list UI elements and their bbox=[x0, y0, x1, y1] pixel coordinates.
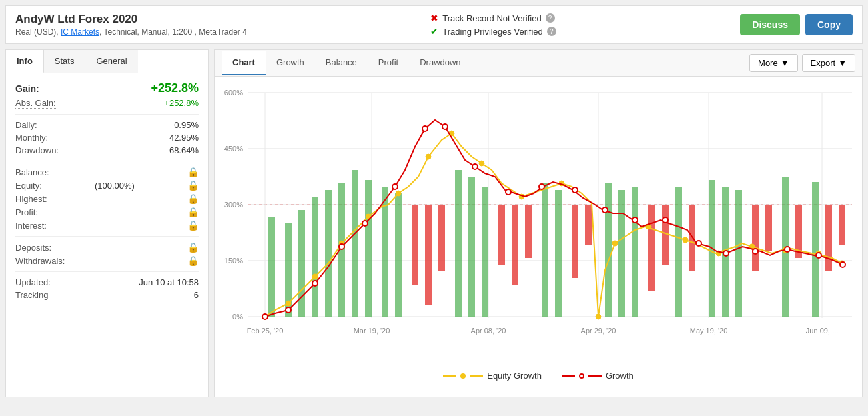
header: AndyW Ltd Forex 2020 Real (USD), IC Mark… bbox=[5, 5, 863, 44]
daily-label: Daily: bbox=[15, 120, 37, 130]
svg-rect-39 bbox=[482, 187, 488, 317]
deposits-row: Deposits: 🔒 bbox=[15, 242, 199, 253]
legend-equity-item: Equity Growth bbox=[443, 371, 542, 381]
svg-rect-42 bbox=[525, 205, 532, 258]
svg-point-88 bbox=[362, 221, 368, 226]
equity-row: Equity: (100.00%) 🔒 bbox=[15, 180, 199, 191]
svg-rect-47 bbox=[605, 183, 612, 317]
equity-value: (100.00%) bbox=[95, 181, 135, 191]
svg-point-90 bbox=[422, 126, 428, 131]
svg-text:May 19, '20: May 19, '20 bbox=[690, 327, 728, 335]
chart-tabs-bar: Chart Growth Balance Profit Drawdown Mor… bbox=[215, 50, 862, 77]
svg-rect-30 bbox=[352, 170, 358, 317]
header-left: AndyW Ltd Forex 2020 Real (USD), IC Mark… bbox=[15, 13, 247, 37]
equity-legend-marker bbox=[443, 373, 483, 379]
svg-point-92 bbox=[472, 164, 478, 169]
gain-label: Gain: bbox=[15, 83, 39, 94]
svg-point-100 bbox=[723, 251, 729, 256]
svg-point-103 bbox=[816, 253, 821, 258]
drawdown-row: Drawdown: 68.64% bbox=[15, 145, 199, 155]
svg-rect-37 bbox=[455, 170, 462, 317]
left-panel: Info Stats General Gain: +252.8% Abs. Ga… bbox=[5, 49, 209, 397]
trading-privileges-row: ✔ Trading Privileges Verified ? bbox=[430, 26, 556, 37]
svg-point-102 bbox=[785, 247, 790, 252]
svg-point-96 bbox=[602, 207, 608, 213]
svg-text:300%: 300% bbox=[224, 201, 243, 209]
divider-3 bbox=[15, 236, 199, 237]
drawdown-label: Drawdown: bbox=[15, 145, 59, 155]
tab-general[interactable]: General bbox=[85, 50, 137, 73]
growth-legend-marker bbox=[562, 373, 602, 379]
svg-rect-43 bbox=[542, 183, 548, 317]
chart-tab-balance[interactable]: Balance bbox=[315, 51, 368, 75]
svg-text:0%: 0% bbox=[232, 313, 243, 321]
highest-label: Highest: bbox=[15, 194, 47, 204]
tracking-value: 6 bbox=[194, 290, 199, 300]
withdrawals-label: Withdrawals: bbox=[15, 256, 65, 266]
profit-label: Profit: bbox=[15, 207, 38, 217]
svg-rect-45 bbox=[572, 205, 578, 278]
chart-tab-chart[interactable]: Chart bbox=[222, 51, 266, 75]
chart-svg: 600% 450% 300% 150% 0% Feb 25, '20 Mar bbox=[222, 83, 855, 363]
gain-value: +252.8% bbox=[151, 81, 199, 95]
discuss-button[interactable]: Discuss bbox=[740, 14, 800, 35]
export-button[interactable]: Export ▼ bbox=[802, 54, 855, 72]
divider-2 bbox=[15, 161, 199, 161]
abs-gain-row: Abs. Gain: +252.8% bbox=[15, 98, 199, 109]
deposits-label: Deposits: bbox=[15, 243, 51, 253]
header-actions: Discuss Copy bbox=[740, 14, 853, 35]
highest-lock-icon: 🔒 bbox=[187, 193, 199, 204]
svg-point-66 bbox=[312, 274, 318, 279]
svg-point-84 bbox=[262, 314, 268, 319]
svg-point-87 bbox=[339, 244, 344, 249]
svg-point-72 bbox=[479, 161, 484, 166]
ic-markets-link[interactable]: IC Markets bbox=[61, 27, 99, 37]
svg-point-85 bbox=[286, 307, 291, 313]
drawdown-value: 68.64% bbox=[169, 145, 199, 155]
tracking-label: Tracking bbox=[15, 290, 48, 300]
balance-row: Balance: 🔒 bbox=[15, 167, 199, 177]
copy-button[interactable]: Copy bbox=[805, 14, 853, 35]
highest-row: Highest: 🔒 bbox=[15, 193, 199, 204]
left-tabs: Info Stats General bbox=[6, 50, 208, 73]
withdrawals-row: Withdrawals: 🔒 bbox=[15, 255, 199, 266]
svg-rect-50 bbox=[648, 205, 655, 291]
svg-rect-28 bbox=[325, 190, 332, 317]
chart-tab-drawdown[interactable]: Drawdown bbox=[409, 51, 471, 75]
svg-rect-41 bbox=[512, 205, 518, 285]
svg-rect-24 bbox=[268, 217, 275, 317]
growth-legend-label: Growth bbox=[606, 371, 634, 381]
svg-rect-40 bbox=[498, 205, 505, 265]
monthly-row: Monthly: 42.95% bbox=[15, 133, 199, 143]
svg-rect-35 bbox=[425, 205, 432, 305]
daily-value: 0.95% bbox=[174, 120, 199, 130]
svg-point-65 bbox=[286, 301, 291, 306]
tab-info[interactable]: Info bbox=[6, 50, 44, 73]
account-subtitle: Real (USD), IC Markets, Technical, Manua… bbox=[15, 27, 247, 37]
chart-tab-profit[interactable]: Profit bbox=[368, 51, 409, 75]
profit-lock-icon: 🔒 bbox=[187, 207, 199, 217]
divider-4 bbox=[15, 271, 199, 272]
svg-rect-61 bbox=[812, 182, 819, 317]
more-button[interactable]: More ▼ bbox=[749, 54, 798, 72]
abs-gain-label: Abs. Gain: bbox=[15, 98, 56, 109]
abs-gain-value: +252.8% bbox=[164, 98, 199, 108]
tab-stats[interactable]: Stats bbox=[44, 50, 86, 73]
monthly-label: Monthly: bbox=[15, 133, 48, 143]
trading-privileges-help-icon[interactable]: ? bbox=[547, 27, 556, 36]
trading-privileges-label: Trading Privileges Verified bbox=[442, 27, 543, 37]
svg-rect-63 bbox=[839, 205, 845, 245]
svg-text:Apr 29, '20: Apr 29, '20 bbox=[581, 327, 616, 335]
export-chevron-icon: ▼ bbox=[838, 58, 847, 68]
withdrawals-lock-icon: 🔒 bbox=[187, 255, 199, 266]
export-label: Export bbox=[811, 58, 836, 68]
svg-rect-44 bbox=[555, 190, 562, 317]
svg-point-94 bbox=[539, 184, 544, 189]
track-record-help-icon[interactable]: ? bbox=[546, 13, 555, 23]
chart-tab-growth[interactable]: Growth bbox=[266, 51, 315, 75]
monthly-value: 42.95% bbox=[169, 133, 199, 143]
svg-rect-34 bbox=[412, 205, 418, 285]
svg-rect-27 bbox=[312, 197, 318, 317]
info-content: Gain: +252.8% Abs. Gain: +252.8% Daily: … bbox=[6, 73, 208, 311]
track-record-label: Track Record Not Verified bbox=[442, 13, 541, 23]
